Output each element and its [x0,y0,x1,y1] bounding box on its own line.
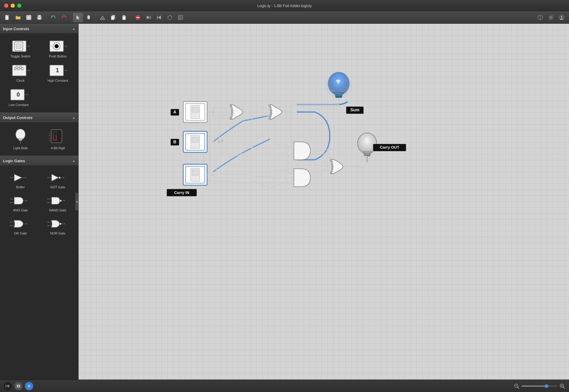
separator-2 [71,14,71,21]
svg-point-246 [290,111,292,113]
output-controls-header[interactable]: Output Controls ▲ [0,113,78,123]
svg-rect-249 [17,385,18,388]
4bit-digit-item[interactable]: 4-Bit Digit [40,126,76,152]
zoom-out-button[interactable] [513,383,520,389]
svg-point-10 [100,18,102,20]
svg-text:0: 0 [17,91,20,98]
input-controls-arrow: ▲ [72,27,75,30]
nand-gate-item[interactable]: NAND Gate [40,192,76,214]
svg-point-104 [10,225,11,226]
pause-button[interactable] [14,382,23,390]
minimize-button[interactable] [11,4,15,8]
canvas-area[interactable]: A B Carry IN Sum Carry OUT [79,24,569,380]
svg-point-32 [561,16,562,18]
logic-gates-header[interactable]: Logic Gates ▲ [0,156,78,166]
svg-point-58 [27,94,28,95]
select-tool-button[interactable] [73,13,83,22]
window-controls[interactable] [4,4,21,8]
cut-button[interactable] [98,13,108,22]
toolbar: ? [0,11,569,24]
light-bulb-item[interactable]: Light Bulb [2,126,39,152]
maximize-button[interactable] [17,4,21,8]
svg-rect-149 [192,107,198,113]
open-file-button[interactable] [13,13,23,22]
svg-text:B: B [173,139,176,144]
svg-rect-43 [12,65,26,76]
svg-point-176 [287,145,289,147]
svg-rect-2 [27,15,30,17]
svg-point-50 [28,70,30,71]
truth-table-button[interactable] [175,13,186,22]
svg-point-76 [49,138,50,139]
svg-point-139 [218,141,220,143]
logic-gates-content: Buffer NOT Gate [0,166,78,241]
output-controls-arrow: ▲ [72,116,75,119]
close-button[interactable] [4,4,8,8]
push-button-item[interactable]: Push Button [40,37,76,60]
svg-point-140 [221,139,223,142]
step-back-button[interactable] [4,382,12,390]
input-low-button[interactable] [143,13,154,22]
undo-button[interactable] [48,13,58,22]
redo-button[interactable] [59,13,69,22]
new-file-button[interactable] [2,13,12,22]
help-button[interactable]: ? [535,13,545,22]
zoom-in-button[interactable] [559,383,565,389]
svg-line-145 [270,181,288,188]
svg-text:Carry IN: Carry IN [174,190,189,195]
save-file-button[interactable] [24,13,34,22]
output-controls-label: Output Controls [3,115,33,120]
buffer-label: Buffer [16,185,25,189]
sidebar: Input Controls ▲ Toggle Switch [0,24,79,380]
svg-point-93 [26,200,27,201]
svg-rect-199 [364,154,370,155]
not-gate-item[interactable]: NOT Gate [40,169,76,191]
low-constant-item[interactable]: 0 Low Constant [2,86,30,109]
svg-text:?: ? [539,16,541,20]
light-bulb-label: Light Bulb [13,146,28,150]
pan-tool-button[interactable] [84,13,94,22]
svg-point-241 [212,107,214,110]
svg-point-240 [249,111,252,113]
push-button-icon [47,40,68,53]
chip-button[interactable] [165,13,175,22]
copy-button[interactable] [108,13,118,22]
zoom-controls [513,383,565,389]
svg-point-85 [59,177,60,179]
svg-point-242 [212,114,214,117]
svg-point-108 [47,221,49,223]
settings-button[interactable] [546,13,556,22]
and-gate-item[interactable]: AND Gate [2,192,39,214]
zoom-slider[interactable] [522,385,557,387]
input-high-button[interactable] [154,13,164,22]
clock-item[interactable]: Clock [2,62,39,85]
paste-button[interactable] [119,13,129,22]
svg-point-54 [66,70,67,71]
svg-rect-3 [27,18,31,20]
nor-gate-item[interactable]: NOR Gate [40,216,76,237]
svg-point-42 [66,46,67,47]
sidebar-collapse-handle[interactable]: ◀ [75,193,78,211]
status-indicator [25,382,33,390]
svg-marker-247 [6,385,9,388]
logic-gates-arrow: ▲ [72,159,75,163]
svg-text:Sum: Sum [350,107,359,112]
print-button[interactable] [34,13,44,22]
svg-point-74 [49,135,50,136]
circuit-diagram: A B Carry IN Sum Carry OUT [79,24,569,380]
svg-point-95 [47,198,49,200]
account-button[interactable] [557,13,567,22]
svg-point-84 [47,177,49,178]
input-controls-header[interactable]: Input Controls ▲ [0,24,78,34]
separator-3 [95,14,96,21]
svg-point-251 [28,385,30,387]
high-constant-item[interactable]: 1 High Constant [40,62,76,85]
delete-button[interactable] [133,13,143,22]
toggle-switch-label: Toggle Switch [10,54,31,58]
buffer-item[interactable]: Buffer [2,169,39,191]
toggle-switch-item[interactable]: Toggle Switch [2,37,39,60]
or-gate-item[interactable]: OR Gate [2,216,39,237]
4bit-digit-icon [49,128,67,144]
bottombar [0,380,569,392]
svg-rect-250 [19,385,20,388]
